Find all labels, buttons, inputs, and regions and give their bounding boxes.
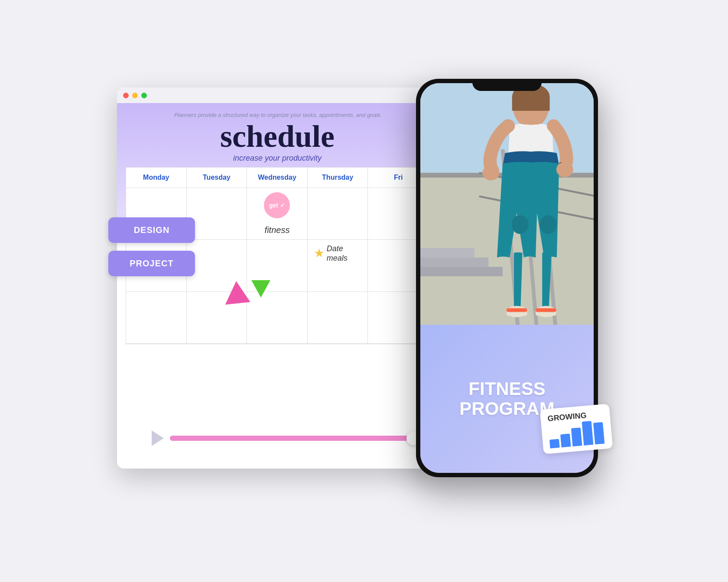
- svg-point-23: [482, 165, 499, 181]
- star-icon: ★: [314, 246, 325, 260]
- scene: Planners provide a structured way to org…: [104, 53, 624, 529]
- calendar-header: Monday Tuesday Wednesday Thursday Fri: [126, 168, 429, 188]
- svg-rect-20: [536, 308, 556, 312]
- close-dot[interactable]: [123, 93, 129, 98]
- svg-point-24: [556, 162, 573, 177]
- fitness-title-line1: FITNESS: [468, 378, 545, 399]
- bar-4: [582, 421, 594, 446]
- svg-rect-17: [507, 308, 527, 312]
- desktop-header: Planners provide a structured way to org…: [117, 103, 438, 167]
- col-tuesday: Tuesday: [187, 168, 247, 188]
- side-buttons: DESIGN PROJECT: [108, 217, 195, 276]
- desktop-mockup: Planners provide a structured way to org…: [117, 87, 438, 469]
- col-wednesday: Wednesday: [247, 168, 308, 188]
- cell-r2c4-date-meals: ★ Datemeals: [308, 240, 368, 292]
- desktop-content: Planners provide a structured way to org…: [117, 103, 438, 469]
- bar-2: [560, 433, 571, 447]
- cell-r3c4: [308, 292, 368, 344]
- green-arrow: [251, 280, 270, 297]
- phone-image-area: [420, 83, 594, 348]
- bar-5: [593, 422, 604, 445]
- desktop-tagline: increase your productivity: [134, 154, 420, 163]
- desktop-subtitle: Planners provide a structured way to org…: [134, 112, 420, 118]
- bar-1: [549, 439, 560, 449]
- svg-rect-26: [420, 258, 488, 267]
- design-button[interactable]: DESIGN: [108, 217, 195, 243]
- progress-track[interactable]: [170, 436, 420, 441]
- cell-r3c3: [247, 292, 308, 344]
- cell-r1c2: [187, 188, 247, 240]
- svg-rect-27: [420, 248, 474, 258]
- minimize-dot[interactable]: [132, 93, 138, 98]
- fitness-bubble-text: get ✓: [269, 202, 285, 209]
- date-meals-text: Datemeals: [327, 244, 348, 263]
- svg-point-13: [512, 215, 529, 234]
- svg-point-14: [540, 215, 557, 234]
- pink-arrow: [230, 285, 251, 310]
- maximize-dot[interactable]: [141, 93, 147, 98]
- growing-label: GROWING: [547, 410, 603, 424]
- cell-r1c4: [308, 188, 368, 240]
- phone-notch: [472, 79, 542, 91]
- bar-3: [571, 427, 582, 446]
- titlebar: [117, 87, 438, 103]
- cell-r3c1: [126, 292, 187, 344]
- play-icon[interactable]: [152, 430, 164, 446]
- growing-badge: GROWING: [540, 404, 613, 454]
- person-svg: [420, 83, 594, 348]
- fitness-label: fitness: [265, 225, 290, 235]
- col-monday: Monday: [126, 168, 187, 188]
- progress-area: [152, 430, 420, 447]
- project-button[interactable]: PROJECT: [108, 251, 195, 276]
- cell-r1c3: get ✓ fitness: [247, 188, 308, 240]
- growing-bars: [548, 422, 605, 448]
- svg-rect-10: [512, 97, 550, 111]
- fitness-bubble: get ✓: [264, 192, 290, 218]
- col-thursday: Thursday: [308, 168, 368, 188]
- svg-rect-25: [420, 267, 503, 276]
- desktop-title: schedule: [134, 121, 420, 152]
